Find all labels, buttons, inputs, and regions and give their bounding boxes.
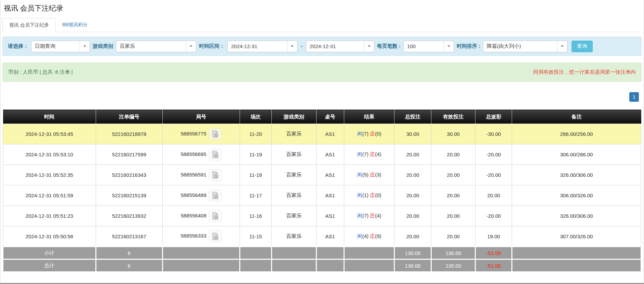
cell-payout: 20.00: [475, 185, 512, 206]
cell-bet-number: 522160213932: [96, 206, 162, 226]
cell-total-bet-link[interactable]: 20.00: [394, 144, 431, 165]
game-type-select[interactable]: 百家乐: [116, 41, 196, 52]
chevron-down-icon: [186, 41, 196, 52]
cell-total-bet-link[interactable]: 20.00: [394, 226, 431, 247]
tab-bb-video-points[interactable]: BB视讯积分: [56, 18, 94, 32]
query-type-value: 日期查询: [35, 43, 55, 49]
cell-time: 2024-12-31 05:53:45: [3, 124, 96, 144]
cell-session: 11-19: [240, 144, 271, 165]
cell-table-number: AS1: [316, 206, 344, 226]
page-size-select[interactable]: 100: [403, 41, 454, 52]
video-replay-button[interactable]: [209, 230, 222, 242]
page-title: 视讯 会员下注纪录: [4, 3, 642, 13]
date-from-select[interactable]: 2024-12-31: [227, 41, 297, 52]
summary-valid-bet: 130.00: [431, 247, 475, 259]
cell-round-number: 588556333: [162, 226, 240, 247]
round-number: 588556489: [181, 192, 206, 198]
tab-bar: 视讯 会员下注纪录 BB视讯积分: [2, 18, 642, 32]
result-player: 闲: [357, 131, 362, 137]
records-footer: 小计 6 130.00 130.00 -51.00 总计 6 130.00 13…: [3, 247, 641, 272]
cell-remark: 306.00/326.00: [512, 185, 641, 206]
cell-game-type: 百家乐: [271, 144, 316, 165]
round-number: 588556333: [181, 233, 206, 239]
chevron-down-icon: [364, 41, 374, 52]
cell-valid-bet: 20.00: [431, 206, 475, 226]
cell-valid-bet: 20.00: [431, 144, 475, 165]
result-player: 闲: [357, 213, 362, 218]
result-player-score: (5): [362, 172, 368, 178]
cell-time: 2024-12-31 05:51:59: [3, 185, 96, 206]
cell-bet-number: 522160215139: [96, 185, 162, 206]
cell-bet-number: 522160216343: [96, 165, 162, 185]
cell-time: 2024-12-31 05:53:10: [3, 144, 96, 165]
summary-total-bet: 130.00: [394, 247, 431, 259]
cell-remark: 326.00/306.00: [512, 165, 641, 185]
table-row: 2024-12-31 05:52:35 522160216343 5885565…: [3, 165, 641, 185]
column-header: 备注: [512, 110, 641, 124]
result-banker-score: (9): [375, 233, 381, 239]
result-banker: 庄: [370, 131, 375, 137]
column-header: 结果: [344, 110, 394, 124]
tab-label: 视讯 会员下注纪录: [9, 22, 49, 28]
cell-bet-number: 522160218878: [96, 124, 162, 144]
video-replay-button[interactable]: [209, 128, 222, 140]
summary-bet-count: 6: [96, 259, 162, 272]
range-tilde: ~: [300, 43, 303, 49]
video-file-icon: [212, 171, 219, 179]
time-range-label: 时间区间：: [199, 43, 225, 49]
result-banker-score: (0): [375, 131, 381, 137]
query-type-select[interactable]: 日期查询: [31, 41, 90, 52]
summary-label: 小计: [3, 247, 96, 259]
chevron-down-icon: [444, 41, 454, 52]
video-file-icon: [212, 191, 219, 199]
result-banker: 庄: [370, 172, 375, 178]
column-header: 局号: [162, 110, 240, 124]
result-banker: 庄: [370, 213, 375, 218]
tab-video-bet-records[interactable]: 视讯 会员下注纪录: [2, 18, 56, 32]
video-replay-button[interactable]: [209, 210, 222, 222]
cell-total-bet-link[interactable]: 30.00: [394, 124, 431, 144]
cell-total-bet-link[interactable]: 20.00: [394, 165, 431, 185]
column-header: 时间: [3, 110, 96, 124]
page-1-button[interactable]: 1: [629, 92, 639, 102]
cell-total-bet-link[interactable]: 20.00: [394, 206, 431, 226]
date-to-select[interactable]: 2024-12-31: [306, 41, 374, 52]
cell-time: 2024-12-31 05:52:35: [3, 165, 96, 185]
cell-valid-bet: 20.00: [431, 185, 475, 206]
cell-round-number: 588556695: [162, 144, 240, 165]
result-banker: 庄: [370, 233, 375, 239]
game-type-label: 游戏类别: [93, 43, 113, 49]
video-replay-button[interactable]: [209, 169, 222, 181]
result-banker-score: (4): [375, 151, 381, 157]
cell-remark: 307.00/326.00: [512, 226, 641, 247]
search-button[interactable]: 查询: [572, 41, 593, 52]
round-number: 588556591: [181, 171, 206, 177]
round-number: 588556408: [181, 212, 206, 218]
cell-payout: 19.00: [475, 226, 512, 247]
sort-order-select[interactable]: 降冪(由大到小): [483, 41, 567, 52]
sort-order-value: 降冪(由大到小): [487, 43, 521, 49]
summary-row: 小计 6 130.00 130.00 -51.00: [3, 247, 641, 259]
date-to-value: 2024-12-31: [310, 43, 336, 49]
round-number: 588556775: [181, 130, 206, 136]
cell-total-bet-link[interactable]: 20.00: [394, 185, 431, 206]
records-body: 2024-12-31 05:53:45 522160218878 5885567…: [3, 124, 641, 247]
cell-game-type: 百家乐: [271, 226, 316, 247]
cell-remark: 326.00/306.00: [512, 206, 641, 226]
cell-result: 闲(5) 庄(3): [344, 165, 394, 185]
cell-round-number: 588556489: [162, 185, 240, 206]
video-replay-button[interactable]: [209, 190, 222, 201]
summary-payout: -51.00: [475, 259, 512, 272]
cell-game-type: 百家乐: [271, 206, 316, 226]
column-header: 游戏类别: [271, 110, 316, 124]
result-banker-score: (0): [375, 192, 381, 198]
cell-game-type: 百家乐: [271, 185, 316, 206]
column-header: 场次: [240, 110, 271, 124]
summary-payout: -51.00: [475, 247, 512, 259]
cell-bet-number: 522160217599: [96, 144, 162, 165]
table-row: 2024-12-31 05:51:59 522160215139 5885564…: [3, 185, 641, 206]
result-player-score: (7): [362, 151, 368, 157]
result-banker: 庄: [370, 192, 375, 198]
video-replay-button[interactable]: [209, 149, 222, 160]
cell-game-type: 百家乐: [271, 165, 316, 185]
